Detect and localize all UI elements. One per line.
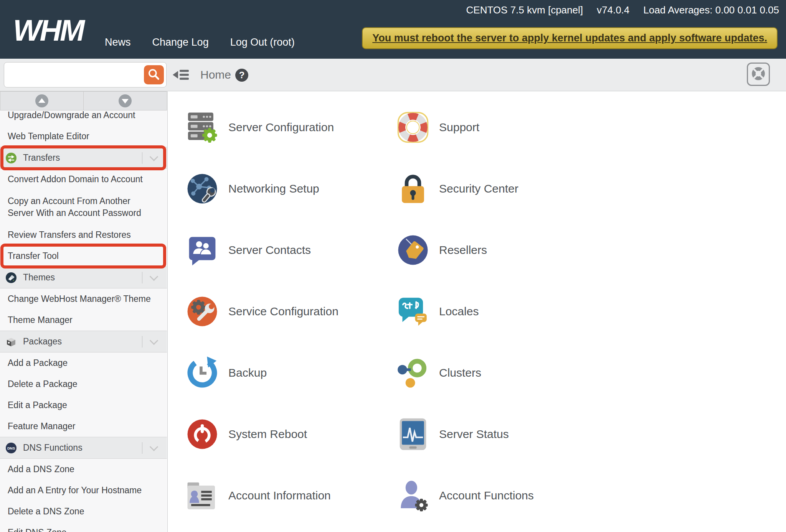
breadcrumb[interactable]: Home: [200, 59, 231, 91]
nav-log-out[interactable]: Log Out (root): [230, 36, 295, 48]
category-service-configuration[interactable]: Service Configuration: [185, 295, 339, 328]
support-icon: [396, 110, 430, 144]
top-navbar: WHM News Change Log Log Out (root) CENTO…: [0, 0, 786, 59]
sidebar-item-feature-manager[interactable]: Feature Manager: [0, 416, 167, 437]
nav-news[interactable]: News: [105, 36, 131, 48]
category-account-information[interactable]: Account Information: [185, 479, 331, 512]
category-locales[interactable]: Locales: [396, 295, 479, 328]
sidebar-item-convert-addon-domain-to-account[interactable]: Convert Addon Domain to Account: [0, 169, 167, 190]
sidebar-section-themes[interactable]: Themes: [0, 267, 167, 288]
sidebar-item-label: Packages: [23, 336, 142, 347]
whm-home-page: WHM News Change Log Log Out (root) CENTO…: [0, 0, 786, 532]
category-security-center[interactable]: Security Center: [396, 172, 518, 206]
sidebar-item-label: Review Transfers and Restores: [8, 230, 157, 240]
search-input[interactable]: [4, 63, 147, 87]
sidebar-item-label: Change WebHost Manager® Theme: [8, 294, 157, 304]
packages-icon: [5, 336, 17, 348]
security-center-icon: [396, 172, 430, 206]
category-label: System Reboot: [228, 428, 307, 441]
category-resellers[interactable]: Resellers: [396, 233, 487, 267]
chevron-down-icon[interactable]: [150, 336, 159, 345]
resellers-icon: [396, 233, 430, 267]
sidebar-item-label: Transfers: [23, 153, 142, 163]
sidebar-item-label: Add a Package: [8, 358, 157, 368]
sidebar-item-label: Themes: [23, 272, 142, 283]
dns-icon: DNS: [5, 442, 17, 454]
category-label: Security Center: [439, 182, 518, 195]
svg-text:DNS: DNS: [7, 446, 15, 450]
category-support[interactable]: Support: [396, 110, 479, 144]
sidebar-item-change-webhost-manager-theme[interactable]: Change WebHost Manager® Theme: [0, 288, 167, 310]
category-server-status[interactable]: Server Status: [396, 417, 509, 451]
sidebar-item-edit-a-package[interactable]: Edit a Package: [0, 395, 167, 416]
help-icon[interactable]: ?: [235, 69, 248, 82]
category-label: Resellers: [439, 244, 487, 257]
locales-icon: [396, 295, 430, 328]
lifebuoy-icon: [751, 66, 766, 82]
reboot-alert-banner[interactable]: You must reboot the server to apply kern…: [362, 27, 778, 49]
sidebar-item-label: Edit DNS Zone: [8, 527, 157, 532]
sidebar-item-label: Transfer Tool: [8, 251, 157, 261]
sidebar-item-label: Feature Manager: [8, 421, 157, 432]
sidebar-item-label: Upgrade/Downgrade an Account: [8, 110, 157, 120]
category-label: Service Configuration: [228, 305, 339, 318]
system-reboot-icon: [185, 417, 219, 451]
category-server-contacts[interactable]: Server Contacts: [185, 233, 311, 267]
search-box: [4, 62, 167, 87]
sidebar-section-packages[interactable]: Packages: [0, 331, 167, 352]
category-label: Support: [439, 121, 479, 134]
chevron-down-icon[interactable]: [150, 272, 159, 281]
search-icon: [147, 67, 161, 83]
status-version: v74.0.4: [597, 4, 629, 16]
sidebar-item-delete-a-dns-zone[interactable]: Delete a DNS Zone: [0, 501, 167, 522]
sidebar-item-add-an-a-entry-for-your-hostname[interactable]: Add an A Entry for Your Hostname: [0, 480, 167, 501]
sidebar-item-transfer-tool[interactable]: Transfer Tool: [0, 245, 167, 267]
category-label: Server Configuration: [228, 121, 334, 134]
sidebar-section-transfers[interactable]: Transfers: [0, 147, 167, 169]
sidebar-item-copy-an-account-from-another-server-with-an-account-password[interactable]: Copy an Account From Another Server With…: [0, 190, 167, 224]
sidebar-item-web-template-editor[interactable]: Web Template Editor: [0, 126, 167, 147]
support-button[interactable]: [747, 63, 770, 86]
divider: [142, 272, 142, 283]
sidebar-item-edit-dns-zone[interactable]: Edit DNS Zone: [0, 522, 167, 532]
sidebar-item-label: Add an A Entry for Your Hostname: [8, 485, 157, 496]
chevron-down-icon[interactable]: [150, 442, 159, 451]
category-backup[interactable]: Backup: [185, 356, 267, 390]
divider: [142, 336, 142, 348]
networking-setup-icon: [185, 172, 219, 206]
sidebar-item-add-a-package[interactable]: Add a Package: [0, 352, 167, 374]
search-button[interactable]: [144, 65, 164, 84]
category-label: Clusters: [439, 366, 481, 379]
category-label: Server Status: [439, 428, 509, 441]
chevron-down-icon[interactable]: [150, 152, 159, 161]
status-os: CENTOS 7.5 kvm [cpanel]: [466, 4, 583, 16]
transfers-icon: [5, 152, 17, 164]
category-account-functions[interactable]: Account Functions: [396, 479, 534, 512]
category-system-reboot[interactable]: System Reboot: [185, 417, 307, 451]
sidebar-item-label: Copy an Account From Another Server With…: [8, 195, 157, 219]
sidebar-item-review-transfers-and-restores[interactable]: Review Transfers and Restores: [0, 224, 167, 245]
category-networking-setup[interactable]: Networking Setup: [185, 172, 319, 206]
sidebar: Upgrade/Downgrade an AccountWeb Template…: [0, 91, 168, 532]
divider: [142, 442, 142, 454]
sidebar-item-label: Delete a DNS Zone: [8, 506, 157, 517]
nav-change-log[interactable]: Change Log: [152, 36, 209, 48]
sidebar-item-add-a-dns-zone[interactable]: Add a DNS Zone: [0, 459, 167, 480]
sidebar-item-upgrade-downgrade-an-account[interactable]: Upgrade/Downgrade an Account: [0, 105, 167, 126]
sidebar-item-label: DNS Functions: [23, 443, 142, 453]
category-label: Server Contacts: [228, 244, 311, 257]
account-functions-icon: [396, 479, 430, 512]
collapse-sidebar-icon[interactable]: [172, 68, 190, 81]
sidebar-item-theme-manager[interactable]: Theme Manager: [0, 310, 167, 331]
category-label: Account Information: [228, 489, 331, 502]
sidebar-item-delete-a-package[interactable]: Delete a Package: [0, 374, 167, 395]
category-server-configuration[interactable]: Server Configuration: [185, 110, 334, 144]
sidebar-section-dns-functions[interactable]: DNSDNS Functions: [0, 437, 167, 459]
account-information-icon: [185, 479, 219, 512]
service-configuration-icon: [185, 295, 219, 328]
sidebar-item-label: Add a DNS Zone: [8, 464, 157, 474]
backup-icon: [185, 356, 219, 390]
category-clusters[interactable]: Clusters: [396, 356, 481, 390]
server-configuration-icon: [185, 110, 219, 144]
top-nav-links: News Change Log Log Out (root): [105, 36, 295, 48]
